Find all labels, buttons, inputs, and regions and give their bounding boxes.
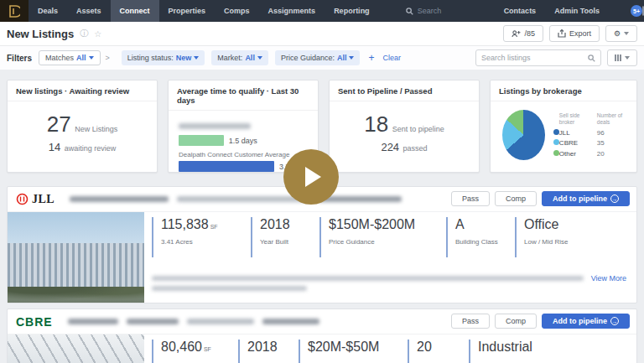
redacted-customer-name — [179, 123, 251, 129]
header-buttons: /85 Export ⚙ — [503, 25, 637, 42]
top-nav: Deals Assets Connect Properties Comps As… — [0, 0, 644, 22]
add-to-pipeline-label: Add to pipeline — [553, 194, 607, 203]
listing-search-input[interactable] — [481, 54, 588, 62]
listing-search[interactable] — [475, 49, 601, 66]
brokerage-pie — [502, 110, 545, 160]
add-to-pipeline-button[interactable]: Add to pipeline → — [542, 191, 630, 206]
sent-to-pipeline-count: 18 — [364, 111, 388, 137]
brokerage-legend: Sell side broker Number of deals JLL 96 … — [553, 110, 630, 160]
page-header: New Listings ⓘ ☆ /85 Export — [0, 22, 644, 46]
listing-actions: Pass Comp Add to pipeline → — [451, 191, 630, 206]
nav-item-reporting[interactable]: Reporting — [325, 0, 379, 22]
nav-item-connect[interactable]: Connect — [111, 0, 159, 22]
broker-name: JLL — [32, 193, 55, 206]
stat-price-guidance: $20M-$50M — [299, 340, 379, 363]
nav-item-assets[interactable]: Assets — [67, 0, 111, 22]
stat-label: Price Guidance — [329, 238, 415, 246]
legend-value: 35 — [590, 139, 630, 147]
redacted-listing-title — [70, 196, 402, 202]
stat-value: $20M-$50M — [308, 340, 379, 354]
star-icon[interactable]: ☆ — [94, 29, 101, 39]
card-body: Sell side broker Number of deals JLL 96 … — [491, 101, 636, 160]
filter-bar: Filters Matches All > Listing status: Ne… — [0, 46, 644, 70]
comp-button[interactable]: Comp — [495, 191, 537, 206]
nav-item-admin-tools[interactable]: Admin Tools — [545, 0, 609, 22]
card-brokerage: Listings by brokerage Sell side broker N… — [490, 80, 637, 173]
nav-item-assignments[interactable]: Assignments — [259, 0, 325, 22]
chip-value: New — [176, 54, 192, 62]
listing-actions: Pass Comp Add to pipeline → — [451, 314, 630, 329]
card-body: 18 Sent to pipeline 224 passed — [330, 101, 479, 154]
nav-item-deals[interactable]: Deals — [29, 0, 67, 22]
stat-value: Industrial — [478, 340, 532, 354]
market-filter-chip[interactable]: Market: All — [211, 50, 268, 65]
columns-button[interactable] — [607, 49, 637, 66]
stat-label: Year Built — [260, 238, 290, 246]
gear-icon: ⚙ — [614, 29, 621, 38]
legend-value: 20 — [590, 150, 630, 158]
redacted-listing-title — [68, 319, 319, 324]
legend-row-jll: JLL 96 — [553, 129, 630, 137]
export-button[interactable]: Export — [549, 25, 600, 42]
pass-button[interactable]: Pass — [451, 314, 490, 329]
stat-unit: SF — [204, 346, 211, 352]
notifications-badge[interactable]: 5+ — [631, 5, 642, 17]
comp-button[interactable]: Comp — [495, 314, 537, 329]
add-to-pipeline-label: Add to pipeline — [553, 317, 607, 325]
stat-value: 20 — [417, 340, 432, 354]
qualify-bar — [179, 135, 224, 146]
legend-col1-header: Sell side broker — [559, 112, 590, 127]
legend-row-cbre: CBRE 35 — [553, 139, 630, 147]
nav-item-properties[interactable]: Properties — [159, 0, 216, 22]
broker-name: CBRE — [16, 315, 53, 329]
chip-value: All — [245, 54, 255, 62]
add-filter-button[interactable]: + — [368, 52, 374, 64]
passed-count: 224 — [381, 141, 399, 153]
card-title: Sent to Pipeline / Passed — [330, 80, 479, 101]
global-search[interactable] — [406, 7, 476, 15]
dealpath-logo-icon[interactable] — [0, 0, 29, 22]
matches-filter-chip[interactable]: Matches All — [39, 50, 101, 65]
pass-button[interactable]: Pass — [451, 191, 490, 206]
clear-filters-link[interactable]: Clear — [382, 54, 401, 62]
card-title: New listings · Awaiting review — [8, 80, 157, 101]
property-photo[interactable] — [8, 334, 144, 363]
price-guidance-filter-chip[interactable]: Price Guidance: All — [275, 50, 361, 65]
card-pipeline-passed: Sent to Pipeline / Passed 18 Sent to pip… — [329, 80, 480, 173]
sent-to-pipeline-label: Sent to pipeline — [392, 125, 444, 133]
nav-item-contacts[interactable]: Contacts — [495, 0, 546, 22]
listing-status-filter-chip[interactable]: Listing status: New — [122, 50, 205, 65]
export-icon — [558, 29, 566, 38]
export-label: Export — [569, 29, 591, 38]
page-title: New Listings — [7, 28, 74, 40]
global-search-input[interactable] — [418, 7, 476, 15]
settings-button[interactable]: ⚙ — [605, 25, 637, 42]
caret-down-icon — [194, 56, 199, 60]
average-series-name: Dealpath Connect Customer Average — [179, 151, 308, 158]
new-listings-count: 27 — [47, 111, 71, 137]
info-icon[interactable]: ⓘ — [80, 28, 88, 39]
passed-label: passed — [403, 144, 428, 153]
columns-icon — [615, 54, 621, 61]
assign-count: /85 — [524, 29, 535, 38]
assign-users-button[interactable]: /85 — [503, 25, 543, 42]
stat-label: 3.41 Acres — [161, 238, 218, 246]
chip-name: Listing status: — [127, 54, 174, 62]
legend-row-other: Other 20 — [553, 150, 630, 158]
stat-unit: SF — [210, 224, 218, 230]
circle-arrow-icon: → — [610, 317, 619, 325]
property-photo[interactable] — [8, 212, 144, 303]
building-icon — [9, 5, 20, 18]
nav-right: Contacts Admin Tools 5+ — [495, 0, 642, 22]
chip-name: Price Guidance: — [281, 54, 335, 62]
add-to-pipeline-button[interactable]: Add to pipeline → — [542, 314, 630, 329]
card-title: Listings by brokerage — [491, 80, 636, 101]
chevron-down-icon — [625, 56, 630, 60]
legend-dot — [553, 129, 559, 135]
nav-item-comps[interactable]: Comps — [215, 0, 259, 22]
stat-building-class: 20 — [408, 340, 432, 363]
view-more-link[interactable]: View More — [591, 274, 626, 283]
video-play-button[interactable] — [283, 149, 339, 205]
caret-down-icon — [89, 56, 94, 60]
stat-value: 80,460 — [161, 340, 202, 354]
